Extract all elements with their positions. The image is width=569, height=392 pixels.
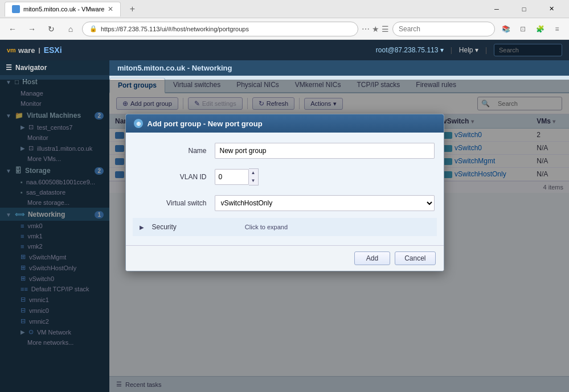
sidebar-header: ☰ Navigator [0, 60, 109, 75]
vlan-spinner: ▲ ▼ [249, 168, 259, 185]
name-input[interactable] [215, 143, 435, 159]
modal-body: Name VLAN ID ▲ ▼ [126, 133, 444, 245]
bookmark-star-icon[interactable]: ★ [372, 24, 379, 34]
modal-footer: Add Cancel [126, 245, 444, 271]
browser-titlebar: miton5.miton.co.uk - VMware ✕ + ─ □ ✕ [0, 0, 569, 18]
close-button[interactable]: ✕ [538, 0, 564, 18]
extensions-icon[interactable]: ⋯ [362, 24, 370, 34]
address-bar[interactable]: 🔒 https://87.238.75.113/ui/#/host/networ… [82, 22, 358, 36]
vswitch-select[interactable]: vSwitch0 vSwitchMgmt vSwitchHostOnly [215, 195, 435, 211]
name-label: Name [135, 147, 215, 155]
header-search-input[interactable] [494, 44, 562, 56]
form-row-vlan: VLAN ID ▲ ▼ [135, 168, 435, 186]
window-controls: ─ □ ✕ [484, 0, 564, 18]
form-row-vswitch: Virtual switch vSwitch0 vSwitchMgmt vSwi… [135, 194, 435, 212]
browser-tab[interactable]: miton5.miton.co.uk - VMware ✕ [5, 2, 121, 16]
vlan-field-container: ▲ ▼ [215, 168, 435, 185]
modal-title-icon: ⊕ [134, 119, 143, 128]
navigator-icon: ☰ [6, 64, 12, 72]
header-user[interactable]: root@87.238.75.113 ▾ [376, 46, 444, 54]
vswitch-field-container: vSwitch0 vSwitchMgmt vSwitchHostOnly [215, 195, 435, 211]
tab-favicon [12, 5, 20, 13]
modal-overlay: ⊕ Add port group - New port group Name V… [0, 80, 569, 392]
logo-separator: | [39, 47, 40, 53]
vlan-decrement-button[interactable]: ▼ [249, 177, 258, 185]
vlan-input-wrap: ▲ ▼ [215, 168, 435, 185]
security-label-text: Security [152, 223, 177, 231]
form-row-security: ▶ Security Click to expand [133, 218, 437, 236]
vlan-label: VLAN ID [135, 173, 215, 181]
vswitch-label: Virtual switch [135, 199, 215, 207]
security-expand-row[interactable]: ▶ Security Click to expand [135, 220, 435, 234]
logo-vm: vm [7, 47, 16, 53]
nav-extra-icons: 📚 ⊡ 🧩 ≡ [498, 22, 564, 36]
maximize-button[interactable]: □ [511, 0, 537, 18]
back-button[interactable]: ← [5, 21, 21, 37]
vmware-header: vm ware | ESXi root@87.238.75.113 ▾ | He… [0, 40, 569, 60]
refresh-nav-button[interactable]: ↻ [43, 21, 59, 37]
forward-button[interactable]: → [24, 21, 40, 37]
add-button[interactable]: Add [354, 251, 390, 265]
vmware-ui: vm ware | ESXi root@87.238.75.113 ▾ | He… [0, 40, 569, 392]
browser-window: miton5.miton.co.uk - VMware ✕ + ─ □ ✕ ← … [0, 0, 569, 392]
vlan-increment-button[interactable]: ▲ [249, 169, 258, 177]
tab-title: miton5.miton.co.uk - VMware [23, 6, 104, 13]
vmware-logo: vm ware | ESXi [7, 46, 62, 55]
menu-icon[interactable]: ≡ [550, 22, 564, 36]
logo-esxi: ESXi [44, 46, 62, 55]
cancel-button[interactable]: Cancel [395, 251, 435, 265]
bookmarks-icon[interactable]: 📚 [498, 22, 513, 36]
modal-title-text: Add port group - New port group [148, 119, 263, 128]
vlan-input[interactable] [215, 169, 249, 185]
browser-action-icons: ⋯ ★ ☰ [362, 24, 389, 34]
form-row-name: Name [135, 142, 435, 160]
content-header: miton5.miton.co.uk - Networking [109, 60, 569, 76]
extensions-menu-icon[interactable]: 🧩 [533, 22, 547, 36]
home-button[interactable]: ⌂ [63, 21, 79, 37]
minimize-button[interactable]: ─ [484, 0, 510, 18]
logo-ware: ware [18, 46, 35, 55]
header-right: root@87.238.75.113 ▾ | Help ▾ | [376, 44, 562, 56]
url-text: https://87.238.75.113/ui/#/host/networki… [101, 26, 351, 32]
add-port-group-modal: ⊕ Add port group - New port group Name V… [125, 114, 444, 271]
synced-tabs-icon[interactable]: ⊡ [515, 22, 530, 36]
security-expand-icon: ▶ [140, 224, 144, 230]
reader-view-icon[interactable]: ☰ [382, 24, 389, 34]
name-field-container [215, 143, 435, 159]
new-tab-button[interactable]: + [125, 2, 139, 16]
security-click-text[interactable]: Click to expand [245, 224, 288, 230]
tab-close-btn[interactable]: ✕ [108, 5, 113, 13]
modal-title-bar: ⊕ Add port group - New port group [126, 114, 444, 133]
browser-navbar: ← → ↻ ⌂ 🔒 https://87.238.75.113/ui/#/hos… [0, 18, 569, 40]
sidebar-title: Navigator [15, 64, 47, 72]
header-help[interactable]: Help ▾ [459, 46, 478, 54]
browser-search-input[interactable] [392, 22, 495, 36]
